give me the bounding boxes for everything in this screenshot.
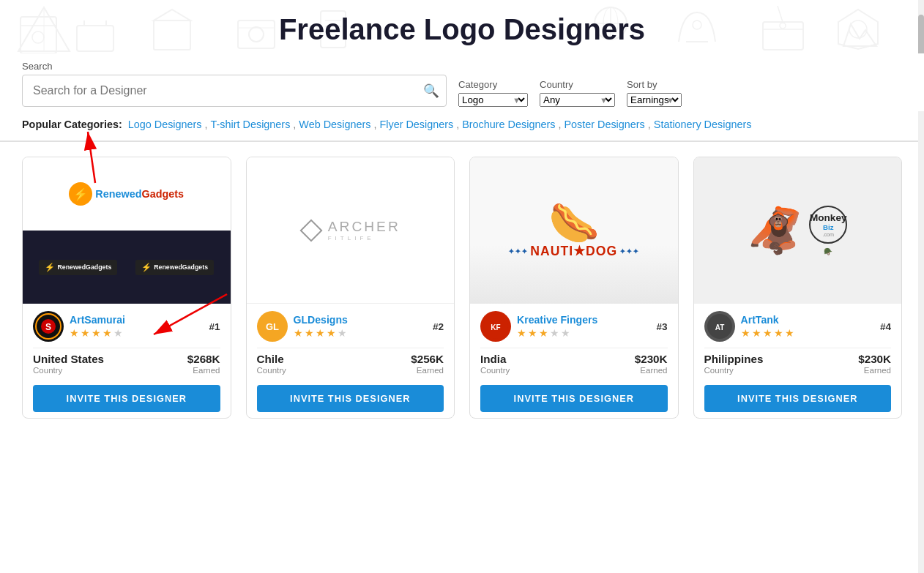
star-4-3: ★: [763, 327, 772, 339]
renewed-gadgets-logo: ⚡ RenewedGadgets: [69, 182, 184, 206]
nauti-mascot: 🌭 ✦✦✦ NAUTI★DOG ✦✦✦: [508, 203, 639, 259]
stars-3: ★ ★ ★ ★ ★: [517, 327, 650, 339]
star-3-3: ★: [539, 327, 548, 339]
star-1-4: ★: [103, 327, 112, 339]
stat-country-value-4: Philippines: [704, 353, 764, 365]
search-group: Search 🔍: [22, 61, 447, 107]
stat-country-label-2: Country: [257, 366, 286, 375]
star-3-5: ★: [561, 327, 570, 339]
stat-country-label-4: Country: [704, 366, 764, 375]
sortby-select-wrap: Earnings Rating Reviews Newest: [627, 93, 682, 107]
star-2-2: ★: [305, 327, 314, 339]
stat-country-label-3: Country: [480, 366, 510, 375]
category-group: Category Logo Web Design Flyer Brochure …: [458, 79, 528, 107]
stat-earned-value-3: $230K: [635, 353, 668, 365]
popular-categories-row: Popular Categories: Logo Designers, T-sh…: [0, 111, 924, 135]
nauti-text: NAUTI★DOG: [530, 244, 617, 259]
stat-earned-label-2: Earned: [411, 366, 444, 375]
monkeybiz-text-main: Monkey: [810, 212, 847, 223]
cat-logo-designers[interactable]: Logo Designers: [128, 119, 202, 130]
category-label: Category: [458, 79, 528, 90]
sortby-select[interactable]: Earnings Rating Reviews Newest: [627, 93, 682, 107]
cat-stationery-designers[interactable]: Stationery Designers: [654, 119, 752, 130]
monkeybiz-text-com: .com: [822, 231, 834, 238]
cat-flyer-designers[interactable]: Flyer Designers: [379, 119, 453, 130]
designer-row-1: S ArtSamurai ★ ★ ★ ★ ★ #1: [33, 311, 220, 342]
biz-card-dark-2: ⚡ RenewedGadgets: [135, 260, 214, 275]
country-select[interactable]: Any United States Chile India Philippine…: [540, 93, 615, 107]
stars-1: ★ ★ ★ ★ ★: [70, 327, 203, 339]
designer-info-2: GLDesigns ★ ★ ★ ★ ★: [294, 314, 427, 339]
country-group: Country Any United States Chile India Ph…: [540, 79, 615, 107]
star-2-5: ★: [338, 327, 347, 339]
archer-subtitle: FITLIFE: [328, 235, 400, 241]
archer-text-wrap: ARCHER FITLIFE: [328, 219, 400, 241]
stat-country-label-1: Country: [33, 366, 104, 375]
nauti-wings-left: ✦✦✦: [508, 247, 528, 255]
avatar-1: S: [33, 311, 64, 342]
sortby-group: Sort by Earnings Rating Reviews Newest: [627, 79, 682, 107]
star-2-1: ★: [294, 327, 303, 339]
designer-name-2: GLDesigns: [294, 314, 427, 326]
designer-name-4: ArtTank: [741, 314, 874, 326]
cat-brochure-designers[interactable]: Brochure Designers: [462, 119, 555, 130]
search-input[interactable]: [22, 75, 447, 107]
avatar-4: AT: [704, 311, 735, 342]
stat-country-value-2: Chile: [257, 353, 286, 365]
search-button[interactable]: 🔍: [423, 83, 439, 99]
avatar-3: KF: [480, 311, 511, 342]
star-1-3: ★: [92, 327, 101, 339]
star-4-5: ★: [785, 327, 794, 339]
svg-text:KF: KF: [491, 323, 500, 332]
archer-diamond-wrap: [300, 220, 322, 241]
stars-4: ★ ★ ★ ★ ★: [741, 327, 874, 339]
section-divider: [0, 141, 924, 142]
tank-emoji: 🪖: [824, 247, 832, 255]
designer-info-1: ArtSamurai ★ ★ ★ ★ ★: [70, 314, 203, 339]
monkey-mascot: 🦧: [748, 205, 803, 257]
country-label: Country: [540, 79, 615, 90]
invite-button-1[interactable]: INVITE THIS DESIGNER: [33, 385, 220, 412]
star-1-5: ★: [113, 327, 123, 339]
invite-button-3[interactable]: INVITE THIS DESIGNER: [480, 385, 668, 412]
header-section: Freelance Logo Designers: [0, 0, 924, 53]
stats-row-1: United States Country $268K Earned: [33, 348, 220, 376]
designer-card-3: 🌭 ✦✦✦ NAUTI★DOG ✦✦✦ KF: [469, 157, 679, 419]
stat-earned-3: $230K Earned: [635, 353, 668, 375]
cat-tshirt-designers[interactable]: T-shirt Designers: [211, 119, 291, 130]
archer-logo: ARCHER FITLIFE: [300, 219, 400, 241]
cat-poster-designers[interactable]: Poster Designers: [564, 119, 644, 130]
cat-web-designers[interactable]: Web Designers: [299, 119, 370, 130]
avatar-2: GL: [257, 311, 288, 342]
rg-text: RenewedGadgets: [95, 188, 184, 200]
sortby-label: Sort by: [627, 79, 682, 90]
archer-title: ARCHER: [328, 219, 400, 234]
stat-country-1: United States Country: [33, 353, 104, 375]
star-1-2: ★: [81, 327, 90, 339]
category-select-wrap: Logo Web Design Flyer Brochure Poster: [458, 93, 528, 107]
designer-card-1: ⚡ RenewedGadgets ⚡ RenewedGadgets ⚡ Rene…: [22, 157, 231, 419]
svg-text:S: S: [45, 322, 51, 332]
rank-badge-4: #4: [880, 321, 891, 332]
country-select-wrap: Any United States Chile India Philippine…: [540, 93, 615, 107]
stat-earned-2: $256K Earned: [411, 353, 444, 375]
designer-name-1: ArtSamurai: [70, 314, 203, 326]
designer-info-3: Kreative Fingers ★ ★ ★ ★ ★: [517, 314, 650, 339]
monkeybiz-brand: Monkey Biz .com 🪖: [809, 206, 847, 255]
stats-row-3: India Country $230K Earned: [480, 348, 668, 376]
designer-card-4: 🦧 Monkey Biz .com 🪖: [693, 157, 903, 419]
svg-text:GL: GL: [265, 321, 278, 332]
arttank-portfolio: 🦧 Monkey Biz .com 🪖: [694, 157, 902, 304]
invite-button-4[interactable]: INVITE THIS DESIGNER: [704, 385, 892, 412]
card-body-2: GL GLDesigns ★ ★ ★ ★ ★ #2: [247, 304, 455, 418]
nauti-brand-row: ✦✦✦ NAUTI★DOG ✦✦✦: [508, 244, 639, 259]
stat-country-4: Philippines Country: [704, 353, 764, 375]
category-select[interactable]: Logo Web Design Flyer Brochure Poster: [458, 93, 528, 107]
portfolio-image-1: ⚡ RenewedGadgets ⚡ RenewedGadgets ⚡ Rene…: [23, 157, 231, 304]
invite-button-2[interactable]: INVITE THIS DESIGNER: [257, 385, 444, 412]
card-body-4: AT ArtTank ★ ★ ★ ★ ★ #4: [694, 304, 902, 418]
svg-text:AT: AT: [715, 323, 724, 332]
portfolio-top-1: ⚡ RenewedGadgets: [23, 157, 231, 231]
star-4-4: ★: [774, 327, 783, 339]
rank-badge-1: #1: [209, 321, 220, 332]
